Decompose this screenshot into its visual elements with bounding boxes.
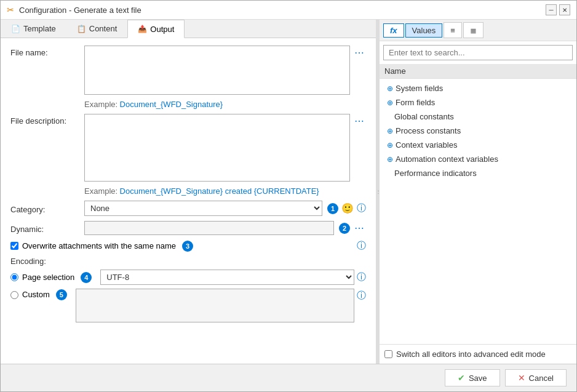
- table-icon: ≡: [450, 26, 455, 35]
- right-toolbar: fx Values ≡ ≣: [380, 20, 576, 41]
- page-selection-field: UTF-8 UTF-16 ISO-8859-1 ASCII ⓘ: [100, 270, 366, 285]
- tree-item-context-variables[interactable]: ⊕ Context variables: [380, 138, 576, 152]
- tree-header: Name: [380, 64, 576, 79]
- automation-context-expand-icon: ⊕: [387, 155, 393, 164]
- page-selection-radio[interactable]: [10, 273, 18, 281]
- tree-item-system-fields-label: System fields: [396, 84, 443, 93]
- form-area: File name: ⋯ Example: Document_{WFD_Sign…: [1, 38, 376, 364]
- file-name-example: Example: Document_{WFD_Signature}: [84, 100, 366, 109]
- category-label-text: Category:: [10, 205, 45, 214]
- tab-output-label: Output: [150, 25, 174, 34]
- overwrite-label[interactable]: Overwrite attachments with the same name: [22, 241, 176, 250]
- title-bar: ✂ Configuration - Generate a text file ─…: [1, 1, 576, 20]
- file-name-row: File name: ⋯: [10, 46, 366, 95]
- dynamic-label-text: Dynamic:: [10, 225, 44, 234]
- overwrite-badge: 3: [182, 241, 193, 252]
- window-icon: ✂: [7, 5, 14, 15]
- category-badge: 1: [327, 203, 338, 214]
- encoding-select[interactable]: UTF-8 UTF-16 ISO-8859-1 ASCII: [100, 270, 354, 285]
- tree-item-form-fields-label: Form fields: [396, 98, 435, 107]
- category-row: Category: None Document Image Spreadshee…: [10, 201, 366, 216]
- left-panel: 📄 Template 📋 Content 📤 Output File name:: [1, 20, 376, 364]
- file-desc-example-label: Example:: [84, 186, 117, 196]
- file-name-input[interactable]: [84, 46, 350, 95]
- output-tab-icon: 📤: [138, 25, 147, 33]
- tree-item-automation-context[interactable]: ⊕ Automation context variables: [380, 152, 576, 166]
- close-button[interactable]: ✕: [559, 4, 570, 15]
- dynamic-input[interactable]: [84, 221, 334, 235]
- tree-item-system-fields[interactable]: ⊕ System fields: [380, 81, 576, 95]
- encoding-info-icon[interactable]: ⓘ: [357, 271, 366, 283]
- save-button[interactable]: ✔ Save: [445, 369, 500, 386]
- tree-item-performance-indicators-label: Performance indicators: [394, 169, 477, 178]
- fx-button[interactable]: fx: [383, 23, 404, 38]
- tab-template[interactable]: 📄 Template: [1, 20, 66, 38]
- category-field: None Document Image Spreadsheet 1 🙂 ⓘ: [84, 201, 366, 216]
- context-variables-expand-icon: ⊕: [387, 141, 393, 150]
- table2-view-button[interactable]: ≣: [463, 22, 483, 38]
- tab-bar: 📄 Template 📋 Content 📤 Output: [1, 20, 376, 38]
- bottom-bar: ✔ Save ✕ Cancel: [1, 364, 576, 391]
- file-desc-ellipsis-button[interactable]: ⋯: [352, 114, 366, 127]
- cancel-button[interactable]: ✕ Cancel: [505, 369, 567, 386]
- category-info-icon[interactable]: ⓘ: [357, 202, 366, 214]
- dynamic-field: 2 ⋯: [84, 221, 366, 235]
- file-name-ellipsis-button[interactable]: ⋯: [352, 46, 366, 59]
- content-tab-icon: 📋: [77, 25, 86, 33]
- category-select[interactable]: None Document Image Spreadsheet: [84, 201, 322, 216]
- file-name-example-label: Example:: [84, 100, 117, 109]
- tree-item-context-variables-label: Context variables: [396, 140, 457, 150]
- tab-content[interactable]: 📋 Content: [66, 20, 128, 38]
- file-desc-label: File description:: [10, 114, 84, 126]
- file-name-label: File name:: [10, 46, 84, 57]
- right-footer: Switch all editors into advanced edit mo…: [380, 344, 576, 364]
- tree-item-process-constants[interactable]: ⊕ Process constants: [380, 124, 576, 138]
- cancel-icon: ✕: [518, 373, 525, 383]
- table-view-button[interactable]: ≡: [444, 22, 462, 38]
- advanced-edit-label[interactable]: Switch all editors into advanced edit mo…: [384, 350, 571, 359]
- content-area: 📄 Template 📋 Content 📤 Output File name:: [1, 20, 576, 364]
- table2-icon: ≣: [470, 26, 477, 35]
- system-fields-expand-icon: ⊕: [387, 84, 393, 93]
- custom-radio[interactable]: [10, 291, 18, 299]
- save-icon: ✔: [458, 373, 465, 383]
- overwrite-row: Overwrite attachments with the same name…: [10, 240, 366, 252]
- values-button[interactable]: Values: [405, 23, 443, 38]
- page-selection-row: Page selection 4 UTF-8 UTF-16 ISO-8859-1…: [10, 270, 366, 285]
- category-emoji-button[interactable]: 🙂: [341, 202, 354, 215]
- search-box: [383, 45, 573, 60]
- file-name-field: ⋯: [84, 46, 366, 95]
- dynamic-label: Dynamic:: [10, 222, 84, 234]
- advanced-edit-checkbox[interactable]: [384, 350, 392, 358]
- title-buttons: ─ ✕: [546, 4, 570, 15]
- file-desc-row: File description: ⋯: [10, 114, 366, 182]
- custom-row: Custom 5 ⓘ: [10, 289, 366, 322]
- tree-item-automation-context-label: Automation context variables: [396, 154, 498, 164]
- tab-output[interactable]: 📤 Output: [127, 20, 185, 38]
- overwrite-info-icon[interactable]: ⓘ: [357, 240, 366, 252]
- tree-area: ⊕ System fields ⊕ Form fields Global con…: [380, 79, 576, 344]
- custom-badge: 5: [56, 289, 67, 300]
- tab-content-label: Content: [89, 24, 117, 33]
- overwrite-checkbox[interactable]: [10, 242, 18, 250]
- search-input[interactable]: [383, 45, 573, 60]
- file-desc-input[interactable]: [84, 114, 350, 182]
- custom-info-icon[interactable]: ⓘ: [357, 290, 366, 302]
- file-desc-field: ⋯: [84, 114, 366, 182]
- tree-item-process-constants-label: Process constants: [396, 126, 461, 135]
- tree-item-form-fields[interactable]: ⊕ Form fields: [380, 95, 576, 110]
- template-tab-icon: 📄: [11, 25, 20, 33]
- encoding-label: Encoding:: [10, 257, 366, 266]
- form-fields-expand-icon: ⊕: [387, 98, 393, 107]
- page-selection-label[interactable]: Page selection: [22, 273, 74, 282]
- main-window: ✂ Configuration - Generate a text file ─…: [0, 0, 577, 392]
- tree-item-global-constants-label: Global constants: [394, 112, 454, 121]
- tree-item-performance-indicators[interactable]: Performance indicators: [380, 166, 576, 180]
- title-bar-left: ✂ Configuration - Generate a text file: [7, 5, 141, 15]
- file-desc-example-value: Document_{WFD_Signature} created {CURREN…: [120, 186, 319, 196]
- custom-label[interactable]: Custom: [22, 290, 50, 299]
- minimize-button[interactable]: ─: [546, 4, 557, 15]
- dynamic-ellipsis-button[interactable]: ⋯: [352, 222, 366, 235]
- tree-item-global-constants[interactable]: Global constants: [380, 110, 576, 124]
- custom-textarea[interactable]: [76, 289, 354, 322]
